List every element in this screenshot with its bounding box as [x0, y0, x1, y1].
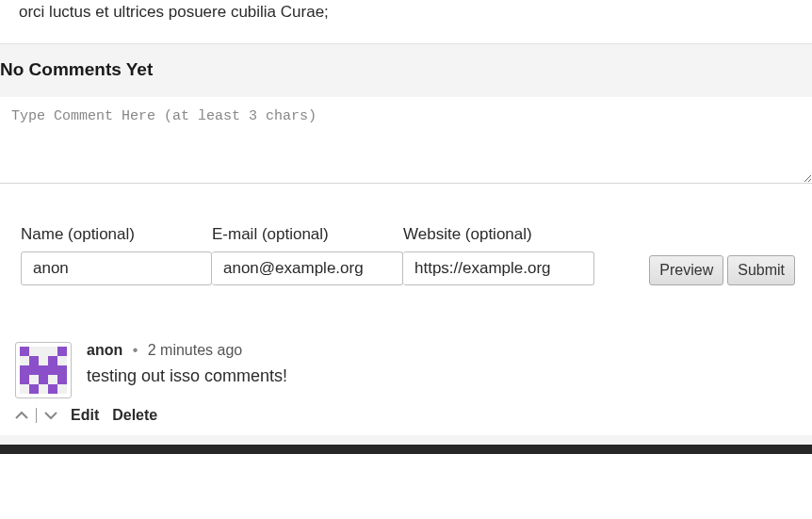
submit-button[interactable]: Submit — [727, 255, 795, 285]
comments-section: No Comments Yet Name (optional) E-mail (… — [0, 43, 812, 445]
name-label: Name (optional) — [21, 225, 212, 244]
vote-divider — [36, 408, 37, 423]
comments-heading: No Comments Yet — [0, 54, 812, 86]
article-excerpt: orci luctus et ultrices posuere cubilia … — [0, 0, 812, 43]
website-label: Website (optional) — [403, 225, 594, 244]
email-input[interactable] — [212, 251, 403, 285]
comment-body: anon • 2 minutes ago testing out isso co… — [87, 342, 797, 399]
footer-bar — [0, 445, 812, 454]
delete-button[interactable]: Delete — [112, 407, 157, 424]
comment-actions: Edit Delete — [0, 407, 812, 435]
name-input[interactable] — [21, 251, 212, 285]
email-field-group: E-mail (optional) — [212, 225, 403, 285]
comment-text: testing out isso comments! — [87, 366, 797, 386]
name-field-group: Name (optional) — [21, 225, 212, 285]
upvote-icon[interactable] — [15, 407, 28, 424]
comment-time: 2 minutes ago — [148, 342, 243, 358]
comment-form: Name (optional) E-mail (optional) Websit… — [0, 97, 812, 314]
comment-textarea[interactable] — [0, 97, 812, 184]
comment-form-fields: Name (optional) E-mail (optional) Websit… — [0, 187, 812, 314]
vote-group — [15, 407, 57, 424]
form-buttons: Preview Submit — [649, 255, 795, 285]
comment-meta-separator: • — [133, 342, 138, 358]
website-input[interactable] — [403, 251, 594, 285]
comment-author: anon — [87, 342, 122, 358]
avatar — [15, 342, 72, 398]
comment-item: anon • 2 minutes ago testing out isso co… — [0, 314, 812, 407]
edit-button[interactable]: Edit — [71, 407, 99, 424]
downvote-icon[interactable] — [44, 407, 57, 424]
website-field-group: Website (optional) — [403, 225, 594, 285]
preview-button[interactable]: Preview — [649, 255, 723, 285]
comment-meta: anon • 2 minutes ago — [87, 342, 797, 359]
email-label: E-mail (optional) — [212, 225, 403, 244]
